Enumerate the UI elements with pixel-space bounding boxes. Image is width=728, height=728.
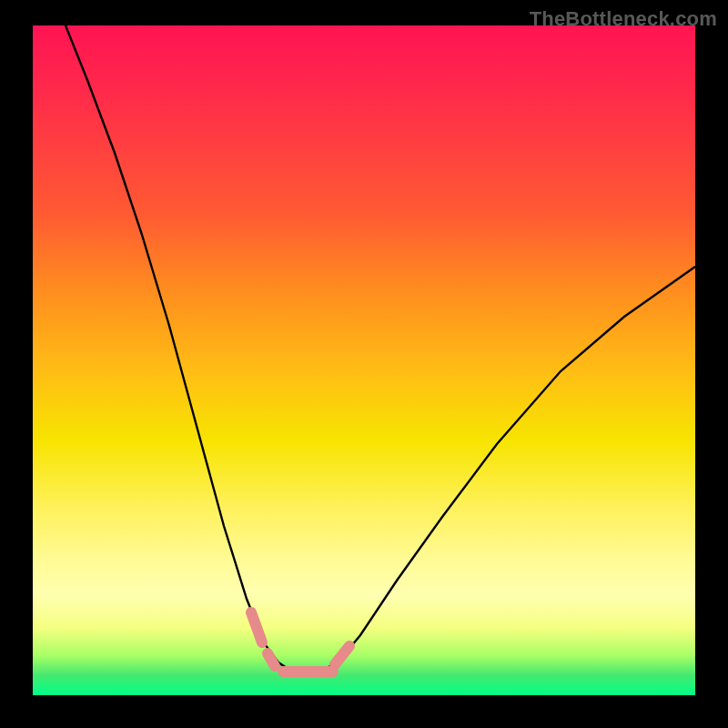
marker-group [251, 612, 349, 672]
watermark-text: TheBottleneck.com [530, 7, 717, 31]
curve-svg [33, 25, 695, 695]
bottleneck-curve [66, 25, 695, 673]
curve-marker [251, 612, 262, 642]
curve-marker [335, 646, 349, 664]
plot-area [33, 25, 695, 695]
curve-marker [268, 653, 275, 666]
chart-frame: TheBottleneck.com [0, 0, 728, 728]
